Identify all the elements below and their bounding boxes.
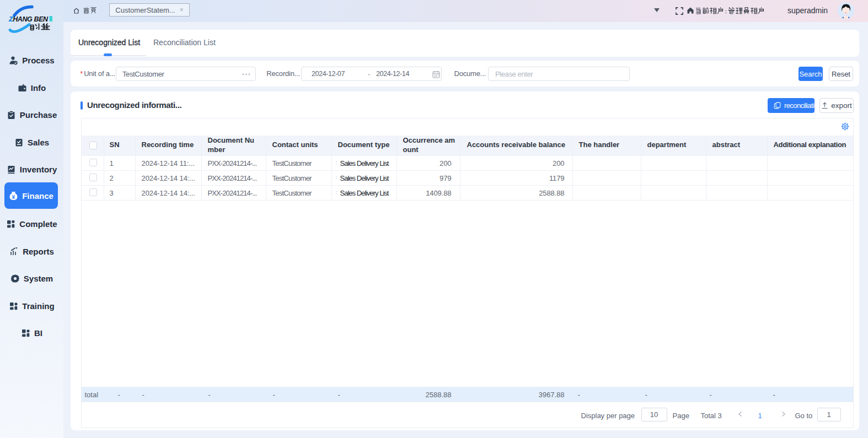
svg-text:ZHANG BEN: ZHANG BEN	[8, 15, 49, 23]
svg-text:Z: Z	[8, 15, 14, 23]
